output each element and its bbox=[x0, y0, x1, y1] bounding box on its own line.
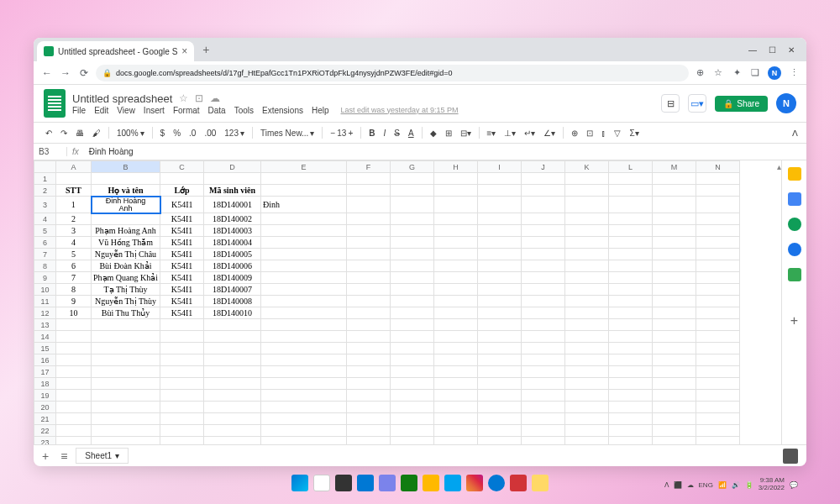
edge-icon[interactable] bbox=[488, 475, 505, 491]
menu-data[interactable]: Data bbox=[208, 106, 226, 115]
cell-C14[interactable] bbox=[160, 331, 204, 343]
halign-button[interactable]: ≡▾ bbox=[484, 127, 500, 139]
cell-J16[interactable] bbox=[522, 354, 565, 366]
cell-N9[interactable] bbox=[696, 272, 740, 284]
cell-L15[interactable] bbox=[609, 343, 653, 354]
row-header-2[interactable]: 2 bbox=[34, 185, 56, 197]
cell-N12[interactable] bbox=[696, 307, 740, 319]
wifi-icon[interactable]: 📶 bbox=[718, 481, 727, 489]
menu-format[interactable]: Format bbox=[173, 106, 200, 115]
chat-icon[interactable] bbox=[379, 475, 396, 491]
cell-A15[interactable] bbox=[56, 343, 92, 354]
cell-K16[interactable] bbox=[565, 354, 609, 366]
cell-M17[interactable] bbox=[653, 366, 696, 378]
cell-H23[interactable] bbox=[434, 437, 478, 445]
cell-G7[interactable] bbox=[391, 249, 434, 260]
row-header-17[interactable]: 17 bbox=[34, 366, 56, 378]
cell-A4[interactable]: 2 bbox=[56, 213, 92, 225]
cell-reference[interactable]: B3 bbox=[34, 147, 67, 156]
cell-B9[interactable]: Phạm Quang Khải bbox=[92, 272, 160, 284]
cell-A14[interactable] bbox=[56, 331, 92, 343]
new-tab-button[interactable]: + bbox=[197, 43, 214, 56]
row-header-13[interactable]: 13 bbox=[34, 319, 56, 331]
cell-H8[interactable] bbox=[434, 260, 478, 272]
cell-E4[interactable] bbox=[261, 213, 347, 225]
cell-E15[interactable] bbox=[261, 343, 347, 354]
cell-M18[interactable] bbox=[653, 378, 696, 390]
cell-D7[interactable]: 18D140005 bbox=[204, 249, 261, 260]
format-select[interactable]: 123▾ bbox=[221, 127, 248, 139]
menu-file[interactable]: File bbox=[72, 106, 86, 115]
column-header-H[interactable]: H bbox=[434, 161, 478, 173]
cell-E1[interactable] bbox=[261, 173, 347, 185]
cell-A5[interactable]: 3 bbox=[56, 225, 92, 237]
cell-H9[interactable] bbox=[434, 272, 478, 284]
cell-B17[interactable] bbox=[92, 366, 160, 378]
cell-J2[interactable] bbox=[522, 185, 565, 197]
browser-tab[interactable]: Untitled spreadsheet - Google S × bbox=[37, 41, 194, 61]
cell-G3[interactable] bbox=[391, 197, 434, 213]
cell-H22[interactable] bbox=[434, 425, 478, 437]
cell-I9[interactable] bbox=[478, 272, 522, 284]
cell-F13[interactable] bbox=[347, 319, 391, 331]
row-header-19[interactable]: 19 bbox=[34, 390, 56, 402]
cell-D12[interactable]: 18D140010 bbox=[204, 307, 261, 319]
formula-input[interactable]: Đinh Hoàng bbox=[84, 147, 139, 156]
cell-H3[interactable] bbox=[434, 197, 478, 213]
cell-E23[interactable] bbox=[261, 437, 347, 445]
percent-button[interactable]: % bbox=[170, 127, 184, 139]
cell-B7[interactable]: Nguyễn Thị Châu bbox=[92, 249, 160, 260]
cell-E16[interactable] bbox=[261, 354, 347, 366]
cell-D8[interactable]: 18D140006 bbox=[204, 260, 261, 272]
cell-C21[interactable] bbox=[160, 413, 204, 425]
cell-A20[interactable] bbox=[56, 402, 92, 413]
cell-E13[interactable] bbox=[261, 319, 347, 331]
cell-L13[interactable] bbox=[609, 319, 653, 331]
zoom-select[interactable]: 100% ▾ bbox=[113, 127, 148, 139]
cell-F10[interactable] bbox=[347, 284, 391, 296]
close-icon[interactable]: × bbox=[181, 45, 187, 57]
cell-A16[interactable] bbox=[56, 354, 92, 366]
cell-G23[interactable] bbox=[391, 437, 434, 445]
cell-B22[interactable] bbox=[92, 425, 160, 437]
column-header-F[interactable]: F bbox=[347, 161, 391, 173]
widgets-icon[interactable] bbox=[357, 475, 374, 491]
cell-C5[interactable]: K54I1 bbox=[160, 225, 204, 237]
row-header-4[interactable]: 4 bbox=[34, 213, 56, 225]
cell-N17[interactable] bbox=[696, 366, 740, 378]
cell-F12[interactable] bbox=[347, 307, 391, 319]
cell-B11[interactable]: Nguyễn Thị Thùy bbox=[92, 296, 160, 307]
cell-K20[interactable] bbox=[565, 402, 609, 413]
cell-D23[interactable] bbox=[204, 437, 261, 445]
cell-N7[interactable] bbox=[696, 249, 740, 260]
cell-B20[interactable] bbox=[92, 402, 160, 413]
star-icon[interactable]: ☆ bbox=[179, 92, 188, 104]
instagram-icon[interactable] bbox=[466, 475, 483, 491]
cell-B1[interactable] bbox=[92, 173, 160, 185]
column-header-M[interactable]: M bbox=[653, 161, 696, 173]
cell-A3[interactable]: 1 bbox=[56, 197, 92, 213]
cell-K4[interactable] bbox=[565, 213, 609, 225]
cell-N16[interactable] bbox=[696, 354, 740, 366]
cell-E17[interactable] bbox=[261, 366, 347, 378]
document-title[interactable]: Untitled spreadsheet bbox=[72, 92, 172, 105]
cell-M6[interactable] bbox=[653, 237, 696, 249]
cell-F11[interactable] bbox=[347, 296, 391, 307]
scroll-up-icon[interactable]: ▴ bbox=[777, 162, 781, 171]
cell-G13[interactable] bbox=[391, 319, 434, 331]
cell-M1[interactable] bbox=[653, 173, 696, 185]
collapse-toolbar-icon[interactable]: ᐱ bbox=[792, 129, 798, 138]
functions-button[interactable]: Σ▾ bbox=[626, 127, 642, 139]
cell-K21[interactable] bbox=[565, 413, 609, 425]
cell-E21[interactable] bbox=[261, 413, 347, 425]
row-header-9[interactable]: 9 bbox=[34, 272, 56, 284]
cell-M11[interactable] bbox=[653, 296, 696, 307]
cell-J23[interactable] bbox=[522, 437, 565, 445]
column-header-I[interactable]: I bbox=[478, 161, 522, 173]
row-header-22[interactable]: 22 bbox=[34, 425, 56, 437]
cell-I21[interactable] bbox=[478, 413, 522, 425]
cell-L23[interactable] bbox=[609, 437, 653, 445]
cell-G18[interactable] bbox=[391, 378, 434, 390]
cell-L8[interactable] bbox=[609, 260, 653, 272]
cell-I13[interactable] bbox=[478, 319, 522, 331]
